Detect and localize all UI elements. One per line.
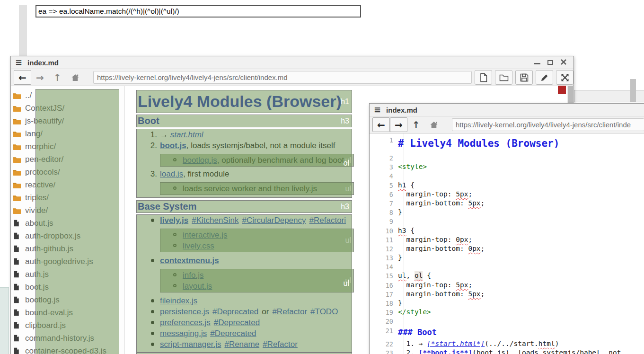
save-button[interactable] <box>515 70 533 85</box>
link-tag[interactable]: #TODO <box>310 307 338 316</box>
link-lively-css[interactable]: lively.css <box>183 241 214 250</box>
markdown-source-editor[interactable]: 1# Lively4 Modules (Browser) 2 3<style> … <box>370 133 644 354</box>
link-tag[interactable]: #Deprecated <box>212 307 258 316</box>
edit-button[interactable] <box>536 70 553 85</box>
file-icon <box>13 309 23 317</box>
expand-button[interactable] <box>556 70 573 85</box>
bullet-icon <box>173 244 176 247</box>
list-item: 3.load.js, first module <box>136 168 352 179</box>
window-menu-icon[interactable]: ≡ <box>370 105 386 115</box>
list-item: fileindex.js <box>136 295 352 306</box>
navigation-toolbar: ← → ↑ https://lively-kernel.org/lively4/… <box>11 69 573 86</box>
forward-button[interactable]: → <box>31 70 49 85</box>
folder-icon <box>13 142 23 151</box>
file-icon <box>13 257 23 266</box>
markdown-nested-list: loads service worker and then lively.js <box>160 182 354 195</box>
home-button[interactable] <box>66 70 84 85</box>
folder-button[interactable] <box>495 70 512 85</box>
bullet-icon <box>151 259 154 262</box>
file-icon <box>13 296 23 304</box>
link-boot-js[interactable]: boot.js <box>160 141 186 150</box>
code-line: 1# Lively4 Modules (Browser) <box>370 135 644 153</box>
list-item: persistence.js#Deprecatedor#Refactor#TOD… <box>136 306 352 317</box>
filter-expression-input[interactable] <box>35 5 361 18</box>
bullet-icon <box>173 186 176 190</box>
list-item: preferences.js#Deprecated <box>136 317 352 328</box>
link-load-js[interactable]: load.js <box>160 169 183 178</box>
link-tag[interactable]: #Refactori <box>309 216 346 225</box>
home-button[interactable] <box>425 117 442 132</box>
minimize-icon[interactable] <box>534 63 540 64</box>
code-line: 5h1 { <box>370 181 644 190</box>
window-titlebar[interactable]: ≡ index.md <box>11 56 573 69</box>
link-lively-js[interactable]: lively.js <box>160 216 188 225</box>
list-item: script-manager.js#Rename#Refactor <box>136 339 352 350</box>
maximize-icon[interactable] <box>547 60 553 65</box>
code-line: 9 <box>370 217 644 226</box>
url-field[interactable]: https://lively-kernel.org/lively4/lively… <box>452 118 644 131</box>
link-tag[interactable]: #Deprecated <box>214 318 260 327</box>
link-tag[interactable]: #Rename <box>224 340 259 349</box>
bullet-icon <box>173 284 176 287</box>
markdown-bullet-list: lively.js#KitchenSink#CircularDepency#Re… <box>136 214 352 353</box>
folder-icon <box>13 91 23 100</box>
window-titlebar[interactable]: ≡ index.md <box>370 104 644 116</box>
code-line: 22 1. → [*start.html*](../../start.html) <box>370 339 644 348</box>
link-info-js[interactable]: info.js <box>183 271 203 280</box>
scrollbar-thumb[interactable] <box>568 86 573 104</box>
gutter-separator <box>404 133 404 354</box>
folder-icon <box>13 181 23 189</box>
link-messaging-js[interactable]: messaging.js <box>160 329 207 338</box>
list-item: lively.js#KitchenSink#CircularDepency#Re… <box>136 215 352 226</box>
link-contextmenu-js[interactable]: contextmenu.js <box>160 256 219 265</box>
bullet-icon <box>151 219 154 222</box>
link-tag[interactable]: #KitchenSink <box>192 216 238 225</box>
code-line: 8} <box>370 208 644 217</box>
forward-button[interactable]: → <box>390 117 407 132</box>
file-icon <box>13 219 23 228</box>
code-line: 23 2. [**boot.js**](boot.js), loads syst… <box>370 348 644 354</box>
code-line: 10h3 { <box>370 226 644 235</box>
up-button[interactable]: ↑ <box>49 70 66 85</box>
file-icon <box>13 334 23 343</box>
code-line: 2 <box>370 153 644 162</box>
new-file-button[interactable] <box>475 70 492 85</box>
file-navigation-sidebar: ../ ContextJS/ js-beautify/ lang/ morphi… <box>11 86 124 354</box>
markdown-h3-boot: Boot <box>136 115 352 127</box>
list-item: lively.css <box>160 240 354 251</box>
bullet-icon <box>173 233 176 236</box>
link-fileindex-js[interactable]: fileindex.js <box>160 296 197 305</box>
link-interactive-js[interactable]: interactive.js <box>183 230 227 239</box>
file-icon <box>13 283 23 292</box>
link-tag[interactable]: #Deprecated <box>210 329 256 338</box>
code-line: 17 margin-bottom: 5px; <box>370 290 644 299</box>
back-button[interactable]: ← <box>14 70 31 85</box>
back-button[interactable]: ← <box>372 117 390 132</box>
url-field[interactable]: https://lively-kernel.org/lively4/lively… <box>93 71 472 84</box>
link-preferences-js[interactable]: preferences.js <box>160 318 211 327</box>
link-persistence-js[interactable]: persistence.js <box>160 307 209 316</box>
folder-icon <box>13 206 23 215</box>
link-bootlog-js[interactable]: bootlog.js <box>183 156 217 165</box>
folder-icon <box>13 117 23 125</box>
link-start-html[interactable]: start.html <box>170 130 203 139</box>
up-button[interactable]: ↑ <box>407 117 425 132</box>
browser-window-source: ≡ index.md ← → ↑ https://lively-kernel.o… <box>369 103 644 354</box>
background-scroll-strip <box>19 5 27 56</box>
markdown-nested-list: info.js layout.js <box>160 269 354 292</box>
folder-icon <box>13 104 23 113</box>
code-line: 3<style> <box>370 162 644 171</box>
close-icon[interactable] <box>560 59 567 65</box>
link-tag[interactable]: #Refactor <box>272 307 307 316</box>
unsaved-indicator <box>558 86 566 94</box>
window-menu-icon[interactable]: ≡ <box>11 57 27 68</box>
link-tag[interactable]: #Refactor <box>263 340 298 349</box>
navigation-toolbar: ← → ↑ https://lively-kernel.org/lively4/… <box>370 116 644 133</box>
link-script-manager-js[interactable]: script-manager.js <box>160 340 221 349</box>
window-title: index.md <box>386 106 417 114</box>
link-layout-js[interactable]: layout.js <box>183 282 212 291</box>
list-item: interactive.js <box>160 230 354 240</box>
file-icon <box>13 245 23 253</box>
window-title: index.md <box>27 59 59 67</box>
link-tag[interactable]: #CircularDepency <box>242 216 306 225</box>
